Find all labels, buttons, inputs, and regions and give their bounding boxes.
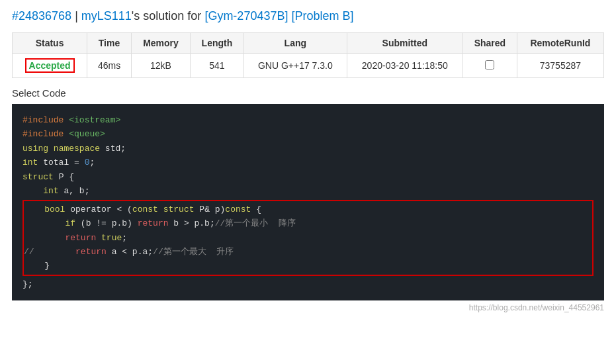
- username-link[interactable]: myLS111: [81, 9, 132, 23]
- col-submitted: Submitted: [347, 33, 462, 54]
- time-cell: 46ms: [87, 54, 132, 78]
- remote-run-id-cell: 73755287: [517, 54, 603, 78]
- code-line-10: // return a < p.a;//第一个最大 升序: [24, 245, 592, 259]
- solution-text: 's solution for: [132, 9, 202, 23]
- shared-cell[interactable]: [462, 54, 517, 78]
- code-line-3: using namespace std;: [22, 142, 594, 156]
- code-line-12: };: [22, 277, 594, 291]
- col-time: Time: [87, 33, 132, 54]
- code-line-1: #include <iostream>: [22, 113, 594, 127]
- code-line-11: }: [24, 259, 592, 273]
- code-line-4: int total = 0;: [22, 156, 594, 169]
- col-length: Length: [190, 33, 243, 54]
- col-remoterunid: RemoteRunId: [517, 33, 603, 54]
- code-line-8: if (b != p.b) return b > p.b;//第一个最小 降序: [24, 216, 592, 230]
- col-lang: Lang: [243, 33, 347, 54]
- watermark: https://blog.csdn.net/weixin_44552961: [12, 300, 604, 312]
- submission-table: Status Time Memory Length Lang Submitted…: [12, 32, 604, 78]
- submission-id-link[interactable]: #24836768: [12, 9, 71, 23]
- page-title: #24836768 | myLS111's solution for [Gym-…: [12, 9, 604, 23]
- code-block: #include <iostream> #include <queue> usi…: [12, 104, 604, 300]
- status-badge: Accepted: [25, 58, 75, 73]
- code-line-5: struct P {: [22, 170, 594, 184]
- separator: |: [75, 9, 81, 23]
- lang-cell: GNU G++17 7.3.0: [243, 54, 347, 78]
- problem-link[interactable]: [Gym-270437B] [Problem B]: [204, 9, 353, 23]
- code-line-6: int a, b;: [22, 184, 594, 198]
- col-shared: Shared: [462, 33, 517, 54]
- memory-cell: 12kB: [132, 54, 191, 78]
- page-wrapper: #24836768 | myLS111's solution for [Gym-…: [0, 0, 616, 319]
- table-row: Accepted 46ms 12kB 541 GNU G++17 7.3.0 2…: [13, 54, 604, 78]
- col-memory: Memory: [132, 33, 191, 54]
- code-line-2: #include <queue>: [22, 127, 594, 141]
- col-status: Status: [13, 33, 87, 54]
- code-line-9: return true;: [24, 231, 592, 245]
- code-line-7: bool operator < (const struct P& p)const…: [24, 203, 592, 216]
- length-cell: 541: [190, 54, 243, 78]
- submitted-cell: 2020-03-20 11:18:50: [347, 54, 462, 78]
- status-cell: Accepted: [13, 54, 87, 78]
- highlighted-block: bool operator < (const struct P& p)const…: [22, 200, 594, 276]
- shared-checkbox[interactable]: [485, 60, 494, 69]
- select-code-label: Select Code: [12, 87, 604, 99]
